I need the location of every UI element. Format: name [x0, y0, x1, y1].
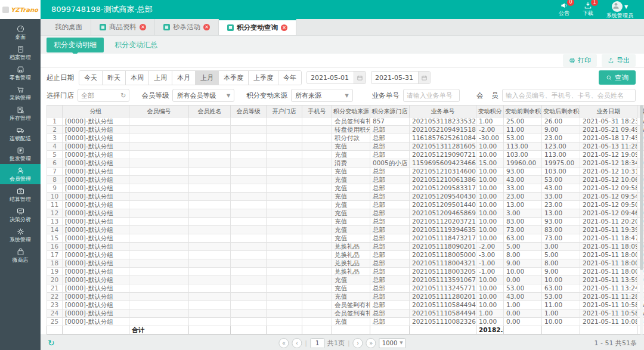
export-label: 导出	[617, 56, 630, 65]
close-icon[interactable]: ✕	[203, 24, 210, 30]
table-row[interactable]: 24[0000]-默认分组会员签到有礼总部2021051110584494177…	[47, 309, 644, 318]
table-cell	[129, 293, 189, 301]
table-row[interactable]: 7[0000]-默认分组充值总部202105121031460016410.00…	[47, 168, 644, 176]
date-preset-button[interactable]: 今天	[79, 71, 103, 85]
date-from-input[interactable]	[307, 74, 354, 82]
first-page-button[interactable]: «	[278, 338, 289, 348]
date-preset-button[interactable]: 上月	[196, 71, 219, 85]
column-header[interactable]: 手机号	[302, 106, 332, 117]
table-row[interactable]: 22[0000]-默认分组充值总部202105111128020183710.0…	[47, 293, 644, 301]
page-number-input[interactable]	[310, 338, 324, 348]
close-icon[interactable]: ✕	[140, 24, 146, 30]
table-row[interactable]: 15[0000]-默认分组充值总部202105111847321716410.0…	[47, 234, 644, 243]
table-cell: 充值	[332, 201, 370, 209]
tab-flash-sale[interactable]: 秒杀活动 ✕	[155, 19, 219, 35]
table-cell: 充值	[332, 209, 370, 218]
member-level-select[interactable]: 所有会员等级 ▼	[172, 89, 234, 102]
table-row[interactable]: 11[0000]-默认分组充值总部202105120950144064610.0…	[47, 201, 644, 209]
table-row[interactable]: 19[0000]-默认分组兑换礼品总部2021051118003205737-1…	[47, 268, 644, 276]
column-header[interactable]: 会员姓名	[189, 106, 231, 117]
column-header[interactable]: 分组	[63, 106, 129, 117]
date-preset-button[interactable]: 本季度	[219, 71, 249, 85]
subtab-points-summary[interactable]: 积分变动汇总	[114, 40, 157, 50]
downloads-button[interactable]: 1 下载	[583, 1, 593, 16]
table-row[interactable]: 1[0000]-默认分组会员签到有礼8572021053118233532038…	[47, 117, 644, 126]
sidebar-item-archives[interactable]: 档案管理	[0, 42, 41, 63]
points-source-select[interactable]: 所有来源 ▼	[291, 89, 353, 102]
subtab-points-detail[interactable]: 积分变动明细	[47, 38, 104, 52]
next-page-button[interactable]: ›	[353, 338, 363, 348]
table-cell: 充值	[332, 226, 370, 234]
filter-row-dates: 起止日期 今天昨天本周上周本月上月本季度上季度今年 查询	[41, 68, 644, 87]
close-icon[interactable]: ✕	[281, 24, 287, 31]
column-header[interactable]: 积分变动来源	[332, 106, 370, 117]
column-header[interactable]: 变动后剩余积分	[542, 106, 580, 117]
table-row[interactable]: 2[0000]-默认分组转盘使用积分总部20210521094915180531…	[47, 126, 644, 134]
page-size-select[interactable]: 1000 ▼	[379, 338, 406, 348]
refresh-icon[interactable]: ↻	[48, 338, 55, 348]
tab-product-data[interactable]: 商品资料 ✕	[91, 19, 155, 35]
sidebar-item-wholesale[interactable]: 批发管理	[0, 144, 41, 164]
sidebar-item-settlement[interactable]: 结算管理	[0, 184, 41, 205]
calendar-icon[interactable]	[418, 71, 430, 84]
announcements-button[interactable]: 0 公告	[559, 1, 569, 16]
column-header[interactable]: 开户门店	[267, 106, 302, 117]
column-header[interactable]: 会员编号	[129, 106, 189, 117]
column-header[interactable]: 变动积分	[476, 106, 504, 117]
table-row[interactable]: 8[0000]-默认分组充值总部202105121006138638210.00…	[47, 176, 644, 184]
table-row[interactable]: 23[0000]-默认分组会员签到有礼总部2021051110584494177…	[47, 301, 644, 309]
print-button[interactable]: 打印	[563, 54, 597, 67]
table-row[interactable]: 6[0000]-默认分组消费0005的小店1159695609423466496…	[47, 159, 644, 168]
column-header[interactable]: 变动前剩余积分	[504, 106, 542, 117]
sidebar-item-members[interactable]: 会员管理	[0, 164, 41, 184]
table-row[interactable]: 9[0000]-默认分组充值总部202105120958331758610.00…	[47, 184, 644, 193]
date-preset-button[interactable]: 上季度	[249, 71, 278, 85]
tab-points-change-query[interactable]: 积分变动查询 ✕	[219, 19, 296, 35]
date-preset-button[interactable]: 上周	[149, 71, 172, 85]
sidebar-item-purchasing[interactable]: 采购管理	[0, 83, 41, 103]
export-button[interactable]: 导出	[602, 54, 636, 67]
table-row[interactable]: 10[0000]-默认分组充值总部202105120954043004810.0…	[47, 193, 644, 201]
table-row[interactable]: 13[0000]-默认分组充值总部202105112020372158610.0…	[47, 218, 644, 226]
date-preset-button[interactable]: 昨天	[103, 71, 126, 85]
calendar-icon[interactable]	[354, 71, 366, 84]
store-input[interactable]	[81, 92, 120, 100]
sidebar-item-retail[interactable]: 零售管理	[0, 63, 41, 83]
column-header[interactable]: 积分来源门店	[370, 106, 410, 117]
table-row[interactable]: 21[0000]-默认分组充值总部202105111324577111910.0…	[47, 284, 644, 293]
column-header[interactable]: 业务日期	[580, 106, 637, 117]
user-menu[interactable]: ▼ 系统管理员	[606, 1, 633, 18]
table-row[interactable]: 18[0000]-默认分组兑换礼品总部2021051118004321893-1…	[47, 259, 644, 268]
search-button[interactable]: 查询	[599, 70, 636, 85]
last-page-button[interactable]: »	[366, 338, 376, 348]
table-row[interactable]: 14[0000]-默认分组充值总部202105111939463596910.0…	[47, 226, 644, 234]
table-row[interactable]: 17[0000]-默认分组兑换礼品总部2021051118005000483-3…	[47, 251, 644, 259]
date-preset-button[interactable]: 本月	[172, 71, 196, 85]
table-row[interactable]: 4[0000]-默认分组充值总部202105131128160513010.00…	[47, 143, 644, 151]
member-search-input[interactable]	[506, 92, 632, 100]
table-row[interactable]: 20[0000]-默认分组充值总部202105111359106770510.0…	[47, 276, 644, 284]
column-header[interactable]: 会员等级	[231, 106, 267, 117]
date-preset-button[interactable]: 今年	[278, 71, 301, 85]
sidebar-item-micro-shop[interactable]: 微商店	[0, 245, 41, 265]
sidebar-item-desktop[interactable]: 桌面	[0, 22, 41, 42]
tab-my-desktop[interactable]: 我的桌面	[47, 19, 91, 35]
table-row[interactable]: 12[0000]-默认分组充值总部202105120946586912410.0…	[47, 209, 644, 218]
table-row[interactable]: 16[0000]-默认分组兑换礼品总部2021051118090201255-2…	[47, 243, 644, 251]
table-cell: 兑换礼品	[332, 259, 370, 268]
date-preset-button[interactable]: 本周	[126, 71, 149, 85]
table-cell: 消费	[332, 159, 370, 168]
date-to-input[interactable]	[371, 74, 418, 82]
table-row[interactable]: 3[0000]-默认分组积分付款总部1161857625261084672-30…	[47, 134, 644, 143]
prev-page-button[interactable]: ‹	[292, 338, 302, 348]
scrollbar-thumb[interactable]	[640, 105, 643, 270]
refresh-icon[interactable]: ↻	[120, 92, 126, 100]
sidebar-item-analysis[interactable]: 决策分析	[0, 205, 41, 225]
sidebar-item-chain-delivery[interactable]: 连锁配送	[0, 123, 41, 144]
sidebar-item-system[interactable]: 系统管理	[0, 225, 41, 245]
table-row[interactable]: 25[0000]-默认分组充值总部202105111008232684110.0…	[47, 318, 644, 326]
column-header[interactable]: 业务单号	[410, 106, 476, 117]
sidebar-item-inventory[interactable]: 库存管理	[0, 103, 41, 123]
order-no-input[interactable]	[407, 92, 456, 100]
table-row[interactable]: 5[0000]-默认分组充值总部202105121909072156610.00…	[47, 151, 644, 159]
